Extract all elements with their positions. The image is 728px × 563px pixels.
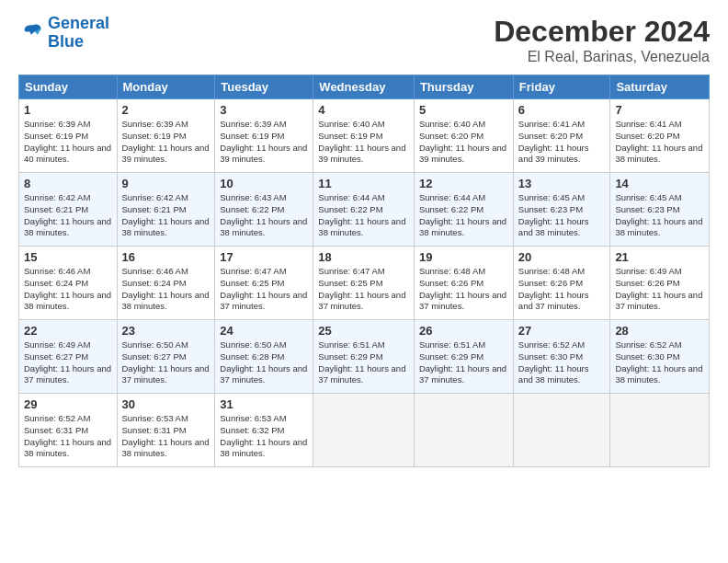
day-info: Sunrise: 6:44 AMSunset: 6:22 PMDaylight:…	[419, 192, 508, 239]
day-info: Sunrise: 6:39 AMSunset: 6:19 PMDaylight:…	[24, 119, 112, 166]
day-info: Sunrise: 6:49 AMSunset: 6:27 PMDaylight:…	[24, 339, 112, 386]
calendar-cell	[513, 394, 610, 467]
calendar-cell: 9 Sunrise: 6:42 AMSunset: 6:21 PMDayligh…	[117, 173, 215, 247]
day-info: Sunrise: 6:45 AMSunset: 6:23 PMDaylight:…	[518, 192, 606, 239]
day-number: 17	[220, 250, 308, 264]
title-section: December 2024 El Real, Barinas, Venezuel…	[494, 15, 710, 65]
day-info: Sunrise: 6:52 AMSunset: 6:31 PMDaylight:…	[24, 413, 112, 460]
calendar-cell: 26 Sunrise: 6:51 AMSunset: 6:29 PMDaylig…	[414, 320, 513, 394]
day-number: 29	[24, 397, 112, 411]
day-number: 3	[220, 103, 308, 117]
calendar-cell: 7 Sunrise: 6:41 AMSunset: 6:20 PMDayligh…	[610, 99, 710, 173]
day-info: Sunrise: 6:53 AMSunset: 6:31 PMDaylight:…	[122, 413, 210, 460]
header-monday: Monday	[117, 75, 215, 99]
day-info: Sunrise: 6:49 AMSunset: 6:26 PMDaylight:…	[615, 266, 704, 313]
subtitle: El Real, Barinas, Venezuela	[494, 49, 710, 65]
week-row-3: 15 Sunrise: 6:46 AMSunset: 6:24 PMDaylig…	[19, 247, 710, 320]
calendar-cell: 1 Sunrise: 6:39 AMSunset: 6:19 PMDayligh…	[19, 99, 118, 173]
day-info: Sunrise: 6:39 AMSunset: 6:19 PMDaylight:…	[220, 119, 308, 166]
day-info: Sunrise: 6:53 AMSunset: 6:32 PMDaylight:…	[220, 413, 308, 460]
header-wednesday: Wednesday	[313, 75, 415, 99]
calendar-cell: 11 Sunrise: 6:44 AMSunset: 6:22 PMDaylig…	[313, 173, 415, 247]
main-title: December 2024	[494, 15, 710, 49]
day-info: Sunrise: 6:40 AMSunset: 6:19 PMDaylight:…	[318, 119, 409, 166]
calendar-cell	[313, 394, 415, 467]
day-number: 14	[615, 177, 704, 190]
header-saturday: Saturday	[610, 75, 710, 99]
calendar-cell: 8 Sunrise: 6:42 AMSunset: 6:21 PMDayligh…	[19, 173, 118, 247]
day-info: Sunrise: 6:50 AMSunset: 6:27 PMDaylight:…	[122, 339, 210, 386]
day-info: Sunrise: 6:47 AMSunset: 6:25 PMDaylight:…	[220, 266, 308, 313]
header: General Blue December 2024 El Real, Bari…	[18, 15, 710, 65]
calendar-cell: 5 Sunrise: 6:40 AMSunset: 6:20 PMDayligh…	[414, 99, 513, 173]
calendar-cell: 18 Sunrise: 6:47 AMSunset: 6:25 PMDaylig…	[313, 247, 415, 320]
calendar-cell: 4 Sunrise: 6:40 AMSunset: 6:19 PMDayligh…	[313, 99, 415, 173]
day-number: 30	[122, 397, 210, 411]
calendar-header-row: SundayMondayTuesdayWednesdayThursdayFrid…	[19, 75, 710, 99]
calendar-cell: 10 Sunrise: 6:43 AMSunset: 6:22 PMDaylig…	[215, 173, 313, 247]
logo-line2: Blue	[48, 32, 84, 51]
day-number: 8	[24, 177, 112, 190]
day-info: Sunrise: 6:51 AMSunset: 6:29 PMDaylight:…	[419, 339, 508, 386]
logo: General Blue	[18, 15, 109, 52]
day-info: Sunrise: 6:51 AMSunset: 6:29 PMDaylight:…	[318, 339, 409, 386]
day-info: Sunrise: 6:42 AMSunset: 6:21 PMDaylight:…	[122, 192, 210, 239]
calendar-cell: 19 Sunrise: 6:48 AMSunset: 6:26 PMDaylig…	[414, 247, 513, 320]
day-number: 25	[318, 324, 409, 338]
day-number: 12	[419, 177, 508, 190]
calendar-cell: 14 Sunrise: 6:45 AMSunset: 6:23 PMDaylig…	[610, 173, 710, 247]
calendar-table: SundayMondayTuesdayWednesdayThursdayFrid…	[18, 75, 710, 467]
day-number: 9	[122, 177, 210, 190]
week-row-1: 1 Sunrise: 6:39 AMSunset: 6:19 PMDayligh…	[19, 99, 710, 173]
day-number: 15	[24, 250, 112, 264]
day-number: 19	[419, 250, 508, 264]
day-info: Sunrise: 6:43 AMSunset: 6:22 PMDaylight:…	[220, 192, 308, 239]
calendar-cell: 30 Sunrise: 6:53 AMSunset: 6:31 PMDaylig…	[117, 394, 215, 467]
calendar-cell: 25 Sunrise: 6:51 AMSunset: 6:29 PMDaylig…	[313, 320, 415, 394]
day-number: 13	[518, 177, 606, 190]
day-info: Sunrise: 6:47 AMSunset: 6:25 PMDaylight:…	[318, 266, 409, 313]
header-friday: Friday	[513, 75, 610, 99]
day-info: Sunrise: 6:46 AMSunset: 6:24 PMDaylight:…	[122, 266, 210, 313]
day-number: 6	[518, 103, 606, 117]
day-number: 20	[518, 250, 606, 264]
day-number: 10	[220, 177, 308, 190]
day-info: Sunrise: 6:42 AMSunset: 6:21 PMDaylight:…	[24, 192, 112, 239]
calendar-cell: 17 Sunrise: 6:47 AMSunset: 6:25 PMDaylig…	[215, 247, 313, 320]
day-number: 18	[318, 250, 409, 264]
calendar-cell	[610, 394, 710, 467]
header-tuesday: Tuesday	[215, 75, 313, 99]
day-info: Sunrise: 6:46 AMSunset: 6:24 PMDaylight:…	[24, 266, 112, 313]
logo-bird-icon	[18, 20, 44, 46]
week-row-2: 8 Sunrise: 6:42 AMSunset: 6:21 PMDayligh…	[19, 173, 710, 247]
day-number: 28	[615, 324, 704, 338]
calendar-cell: 20 Sunrise: 6:48 AMSunset: 6:26 PMDaylig…	[513, 247, 610, 320]
calendar-cell: 22 Sunrise: 6:49 AMSunset: 6:27 PMDaylig…	[19, 320, 118, 394]
day-info: Sunrise: 6:45 AMSunset: 6:23 PMDaylight:…	[615, 192, 704, 239]
day-info: Sunrise: 6:41 AMSunset: 6:20 PMDaylight:…	[615, 119, 704, 166]
calendar-cell: 21 Sunrise: 6:49 AMSunset: 6:26 PMDaylig…	[610, 247, 710, 320]
calendar-cell: 15 Sunrise: 6:46 AMSunset: 6:24 PMDaylig…	[19, 247, 118, 320]
logo-text: General Blue	[48, 15, 109, 52]
day-number: 16	[122, 250, 210, 264]
day-info: Sunrise: 6:44 AMSunset: 6:22 PMDaylight:…	[318, 192, 409, 239]
calendar-cell: 2 Sunrise: 6:39 AMSunset: 6:19 PMDayligh…	[117, 99, 215, 173]
header-sunday: Sunday	[19, 75, 118, 99]
day-info: Sunrise: 6:50 AMSunset: 6:28 PMDaylight:…	[220, 339, 308, 386]
week-row-5: 29 Sunrise: 6:52 AMSunset: 6:31 PMDaylig…	[19, 394, 710, 467]
page: General Blue December 2024 El Real, Bari…	[0, 0, 728, 477]
header-thursday: Thursday	[414, 75, 513, 99]
day-info: Sunrise: 6:41 AMSunset: 6:20 PMDaylight:…	[518, 119, 606, 166]
day-number: 1	[24, 103, 112, 117]
day-number: 7	[615, 103, 704, 117]
day-info: Sunrise: 6:48 AMSunset: 6:26 PMDaylight:…	[419, 266, 508, 313]
week-row-4: 22 Sunrise: 6:49 AMSunset: 6:27 PMDaylig…	[19, 320, 710, 394]
calendar-cell: 3 Sunrise: 6:39 AMSunset: 6:19 PMDayligh…	[215, 99, 313, 173]
day-info: Sunrise: 6:52 AMSunset: 6:30 PMDaylight:…	[615, 339, 704, 386]
day-number: 22	[24, 324, 112, 338]
day-number: 21	[615, 250, 704, 264]
logo-line1: General	[48, 14, 109, 32]
day-number: 24	[220, 324, 308, 338]
day-number: 2	[122, 103, 210, 117]
day-number: 26	[419, 324, 508, 338]
